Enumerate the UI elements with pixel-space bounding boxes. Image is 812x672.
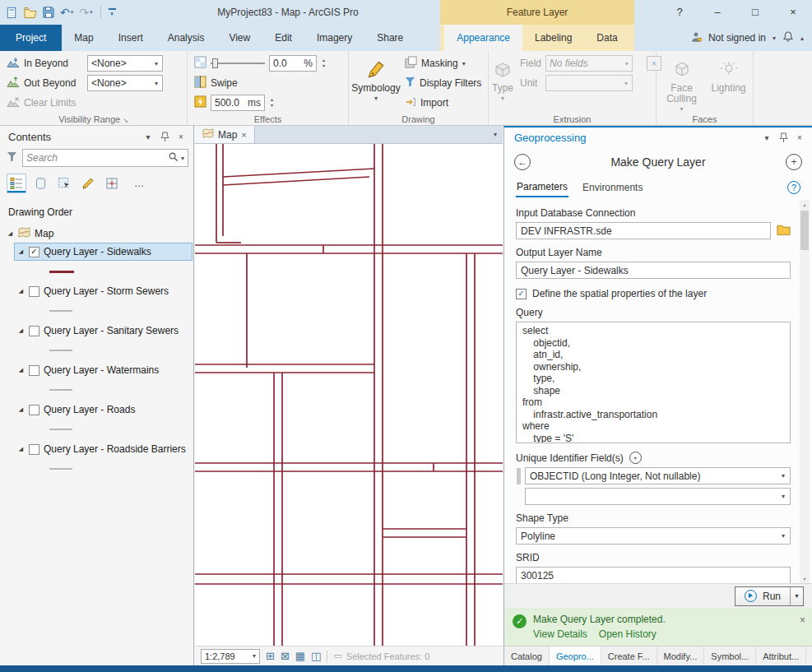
browse-folder-icon[interactable] bbox=[777, 224, 791, 238]
redo-dropdown-icon[interactable]: ▾ bbox=[90, 9, 93, 16]
layer-checkbox[interactable] bbox=[29, 444, 39, 455]
tab-modify[interactable]: Modify... bbox=[657, 647, 705, 665]
filter-icon[interactable] bbox=[7, 151, 17, 165]
query-editor[interactable]: select objectid, atn_id, ownership, type… bbox=[516, 322, 791, 443]
list-by-editing-button[interactable] bbox=[78, 174, 98, 193]
layer-item-watermains[interactable]: ◢ Query Layer - Watermains bbox=[14, 361, 193, 379]
tree-expanded-icon[interactable]: ◢ bbox=[17, 288, 25, 294]
pane-menu-icon[interactable]: ▾ bbox=[141, 132, 155, 141]
srid-field[interactable] bbox=[516, 567, 791, 583]
masking-button[interactable]: Masking bbox=[421, 58, 458, 69]
out-beyond-label[interactable]: Out Beyond bbox=[24, 77, 83, 89]
input-db-field[interactable] bbox=[516, 222, 771, 239]
tree-expanded-icon[interactable]: ◢ bbox=[17, 367, 25, 373]
run-options-icon[interactable]: ▾ bbox=[790, 587, 803, 605]
view-details-link[interactable]: View Details bbox=[533, 628, 587, 640]
close-pane-icon[interactable]: × bbox=[174, 132, 188, 141]
customize-quick-access-button[interactable]: ▾ bbox=[109, 8, 116, 17]
tab-share[interactable]: Share bbox=[364, 25, 415, 51]
scrollbar[interactable]: ▴ ▾ bbox=[800, 200, 810, 583]
close-tab-icon[interactable]: × bbox=[241, 130, 246, 140]
list-by-selection-button[interactable] bbox=[54, 174, 74, 193]
tab-list-icon[interactable]: ▾ bbox=[488, 131, 503, 138]
pane-menu-icon[interactable]: ▾ bbox=[759, 133, 774, 142]
help-button[interactable]: ? bbox=[661, 0, 698, 25]
tab-edit[interactable]: Edit bbox=[262, 25, 304, 51]
list-by-snapping-button[interactable] bbox=[102, 174, 122, 193]
transparency-spinbox[interactable]: 0.0 % bbox=[269, 55, 317, 72]
slider-thumb[interactable] bbox=[212, 58, 218, 68]
layer-checkbox[interactable] bbox=[29, 326, 39, 336]
transparency-slider[interactable] bbox=[211, 57, 265, 70]
more-views-button[interactable]: … bbox=[134, 178, 145, 189]
transparency-steppers[interactable]: ▴▾ bbox=[322, 58, 325, 69]
list-by-data-source-button[interactable] bbox=[30, 174, 50, 193]
layer-symbol-row[interactable] bbox=[0, 300, 193, 322]
import-button[interactable]: Import bbox=[420, 97, 448, 109]
define-spatial-checkbox[interactable]: ✓ bbox=[516, 289, 527, 299]
run-button[interactable]: Run ▾ bbox=[735, 586, 804, 606]
search-input[interactable] bbox=[26, 152, 165, 164]
goto-xy-tool-icon[interactable]: ⊠ bbox=[281, 651, 290, 661]
convert-view-tool-icon[interactable]: ◫ bbox=[311, 651, 321, 661]
tree-item-map[interactable]: ◢ Map bbox=[0, 225, 193, 243]
tab-view[interactable]: View bbox=[216, 25, 262, 51]
flicker-steppers[interactable]: ▴▾ bbox=[271, 97, 273, 109]
tab-data[interactable]: Data bbox=[584, 25, 629, 51]
drag-handle[interactable] bbox=[517, 468, 521, 484]
scroll-down-icon[interactable]: ▾ bbox=[800, 576, 810, 582]
map-canvas[interactable] bbox=[195, 144, 503, 646]
extrusion-field-combo[interactable]: No fields ▾ bbox=[545, 55, 633, 72]
shape-type-combo[interactable]: Polyline ▾ bbox=[516, 527, 791, 545]
uid-field-combo-empty[interactable]: ▾ bbox=[525, 488, 791, 505]
tree-expanded-icon[interactable]: ◢ bbox=[7, 230, 14, 237]
layer-symbol-row[interactable] bbox=[0, 379, 193, 401]
map-view-tab[interactable]: Map × bbox=[195, 126, 255, 143]
pin-icon[interactable] bbox=[157, 132, 172, 142]
bookmark-tool-icon[interactable]: ⊞ bbox=[266, 651, 275, 661]
layer-checkbox[interactable] bbox=[29, 365, 39, 376]
tab-analysis[interactable]: Analysis bbox=[155, 25, 217, 51]
out-beyond-combo[interactable]: <None> ▾ bbox=[87, 75, 163, 91]
layer-checkbox[interactable] bbox=[29, 286, 39, 297]
close-pane-icon[interactable]: × bbox=[792, 133, 807, 142]
tab-insert[interactable]: Insert bbox=[106, 25, 155, 51]
undo-dropdown-icon[interactable]: ▾ bbox=[71, 9, 74, 16]
pin-icon[interactable] bbox=[776, 132, 791, 143]
map-scale-combo[interactable]: 1:2,789 ▾ bbox=[201, 649, 260, 664]
minimize-button[interactable]: – bbox=[698, 0, 736, 25]
in-beyond-combo[interactable]: <None> ▾ bbox=[87, 55, 163, 72]
output-layer-field[interactable] bbox=[516, 262, 791, 279]
scroll-up-icon[interactable]: ▴ bbox=[800, 202, 810, 207]
open-history-link[interactable]: Open History bbox=[599, 628, 657, 640]
layer-checkbox[interactable]: ✓ bbox=[29, 247, 39, 257]
tab-create-features[interactable]: Create F... bbox=[601, 647, 657, 665]
help-icon[interactable]: ? bbox=[787, 181, 800, 194]
tree-expanded-icon[interactable]: ◢ bbox=[17, 248, 25, 255]
display-filters-button[interactable]: Display Filters bbox=[420, 77, 481, 89]
layer-checkbox[interactable] bbox=[29, 405, 39, 415]
add-to-model-button[interactable]: + bbox=[786, 154, 802, 170]
sign-in-dropdown-icon[interactable]: ▾ bbox=[773, 35, 776, 42]
tab-environments[interactable]: Environments bbox=[582, 178, 643, 197]
uid-field-combo[interactable]: OBJECTID (Long Integer, Not nullable) ▾ bbox=[525, 467, 791, 484]
open-table-tool-icon[interactable]: ▦ bbox=[295, 651, 305, 661]
tab-map[interactable]: Map bbox=[62, 25, 105, 51]
save-project-icon[interactable] bbox=[43, 7, 54, 18]
extrusion-type-button[interactable]: Type ▾ bbox=[489, 53, 517, 113]
dismiss-message-icon[interactable]: × bbox=[800, 614, 805, 646]
tab-parameters[interactable]: Parameters bbox=[516, 177, 568, 197]
redo-button[interactable]: ↷ ▾ bbox=[79, 6, 92, 19]
lighting-button[interactable]: Lighting bbox=[708, 53, 750, 113]
undo-button[interactable]: ↶ ▾ bbox=[60, 6, 73, 19]
dialog-launcher-icon[interactable]: ↘ bbox=[123, 117, 128, 124]
layer-symbol-row[interactable] bbox=[0, 419, 193, 440]
new-project-icon[interactable] bbox=[6, 7, 18, 19]
close-button[interactable]: × bbox=[774, 0, 812, 25]
layer-symbol-row[interactable] bbox=[0, 458, 193, 480]
tree-expanded-icon[interactable]: ◢ bbox=[17, 406, 25, 413]
tree-expanded-icon[interactable]: ◢ bbox=[17, 446, 25, 452]
tab-catalog[interactable]: Catalog bbox=[504, 647, 550, 665]
layer-item-sanitary-sewers[interactable]: ◢ Query Layer - Sanitary Sewers bbox=[14, 322, 193, 340]
extrusion-unit-combo[interactable]: ▾ bbox=[545, 75, 633, 91]
